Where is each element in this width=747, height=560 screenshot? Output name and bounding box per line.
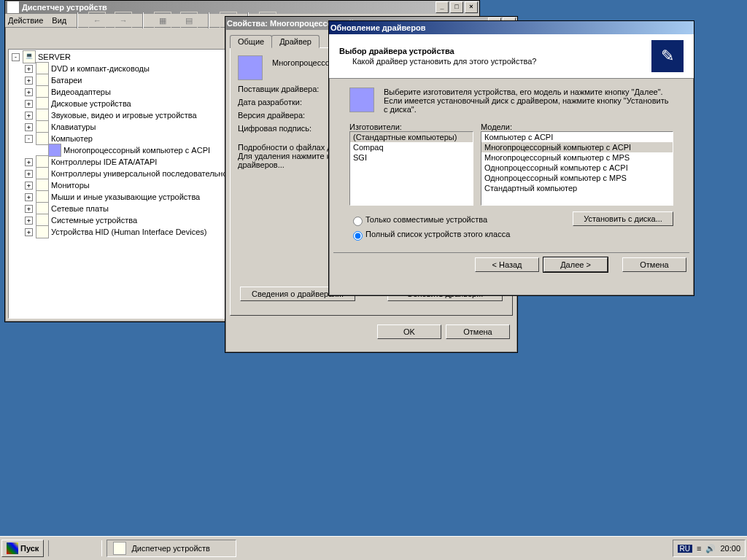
toolbar-btn-1[interactable]: ▦ [154, 12, 171, 29]
computer-large-icon [238, 55, 263, 80]
tab-driver[interactable]: Драйвер [271, 35, 320, 48]
update-driver-wizard: Обновление драйверов Выбор драйвера устр… [328, 20, 694, 296]
wizard-title: Обновление драйверов [330, 23, 425, 32]
wizard-subheading: Какой драйвер установить для этого устро… [352, 57, 651, 66]
radio-compatible[interactable]: Только совместимые устройства [349, 214, 573, 226]
tray-connection-icon[interactable]: ≡ [697, 544, 701, 553]
computer-icon [349, 88, 374, 112]
model-item[interactable]: Компьютер с ACPI [481, 132, 673, 142]
minimize-button[interactable]: _ [436, 1, 449, 13]
models-label: Модели: [481, 122, 673, 131]
wizard-header: Выбор драйвера устройства Какой драйвер … [329, 34, 694, 79]
model-item[interactable]: Стандартный компьютер [481, 183, 673, 193]
quick-launch [48, 540, 102, 556]
volume-icon[interactable]: 🔊 [705, 544, 716, 553]
next-button[interactable]: Далее > [543, 257, 608, 272]
manufacturer-item[interactable]: (Стандартные компьютеры) [350, 132, 473, 142]
taskbar: Пуск Диспетчер устройств RU ≡ 🔊 20:00 [0, 536, 747, 560]
toolbar-forward[interactable]: → [115, 12, 132, 29]
model-item[interactable]: Многопроцессорный компьютер с MPS [481, 152, 673, 163]
devmgr-task-icon [113, 542, 126, 555]
wizard-titlebar[interactable]: Обновление драйверов [329, 21, 694, 34]
ok-button[interactable]: OK [377, 324, 441, 339]
cancel-button[interactable]: Отмена [446, 324, 510, 339]
wizard-heading: Выбор драйвера устройства [339, 47, 651, 55]
close-button[interactable]: × [465, 1, 478, 13]
windows-flag-icon [7, 542, 18, 554]
start-button[interactable]: Пуск [1, 540, 44, 557]
language-indicator[interactable]: RU [678, 545, 692, 553]
tab-general[interactable]: Общие [230, 35, 272, 48]
wizard-button-row: < Назад Далее > Отмена [329, 253, 694, 276]
wizard-instruction: Выберите изготовителя устройства, его мо… [384, 88, 673, 114]
clock[interactable]: 20:00 [720, 544, 740, 553]
menu-view[interactable]: Вид [52, 16, 66, 25]
models-listbox[interactable]: Компьютер с ACPIМногопроцессорный компью… [481, 131, 673, 206]
model-item[interactable]: Многопроцессорный компьютер с ACPI [481, 142, 673, 152]
wizard-body: Выберите изготовителя устройства, его мо… [329, 79, 694, 252]
manufacturers-label: Изготовители: [349, 122, 473, 131]
model-item[interactable]: Однопроцессорный компьютер с MPS [481, 173, 673, 183]
wizard-cancel-button[interactable]: Отмена [622, 257, 686, 272]
radio-all-devices[interactable]: Полный список устройств этого класса [349, 229, 573, 241]
manufacturer-item[interactable]: SGI [350, 152, 473, 163]
toolbar-btn-2[interactable]: ▤ [180, 12, 198, 29]
wizard-graphic-icon: ✎ [651, 40, 684, 72]
maximize-button[interactable]: □ [450, 1, 463, 13]
menu-action[interactable]: Действие [8, 16, 43, 25]
ql-outlook-icon[interactable] [84, 541, 98, 556]
props-button-row: OK Отмена [225, 320, 517, 343]
have-disk-button[interactable]: Установить с диска... [573, 211, 673, 226]
devmgr-icon [7, 1, 20, 14]
manufacturers-listbox[interactable]: (Стандартные компьютеры)CompaqSGI [349, 131, 473, 206]
ql-ie-icon[interactable] [68, 541, 82, 556]
manufacturer-item[interactable]: Compaq [350, 142, 473, 152]
devmgr-title: Диспетчер устройств [22, 3, 107, 12]
taskbar-devmgr-button[interactable]: Диспетчер устройств [107, 540, 236, 557]
back-button[interactable]: < Назад [475, 257, 539, 272]
system-tray: RU ≡ 🔊 20:00 [673, 540, 746, 557]
ql-desktop-icon[interactable] [52, 541, 66, 556]
toolbar-back[interactable]: ← [88, 12, 106, 29]
model-item[interactable]: Однопроцессорный компьютер с ACPI [481, 163, 673, 173]
